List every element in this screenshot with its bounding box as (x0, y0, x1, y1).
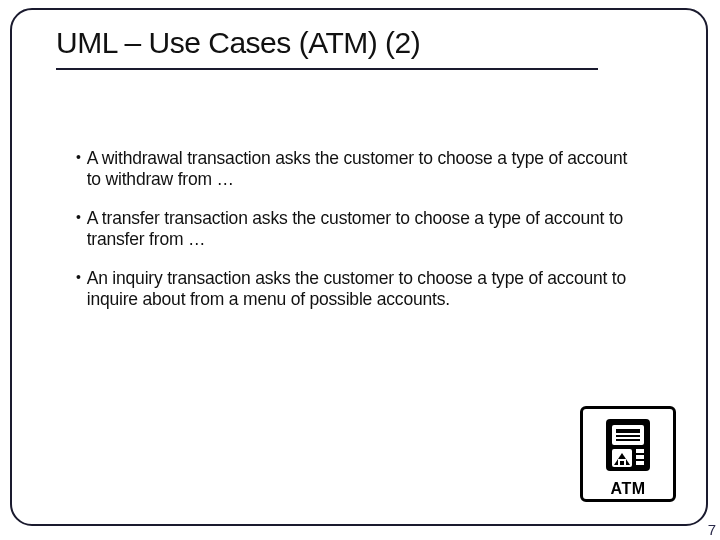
list-item: • An inquiry transaction asks the custom… (76, 268, 644, 310)
svg-rect-8 (636, 461, 644, 465)
bullet-dot-icon: • (76, 208, 81, 228)
svg-rect-4 (616, 439, 640, 441)
bullet-dot-icon: • (76, 268, 81, 288)
bullet-list: • A withdrawal transaction asks the cust… (76, 148, 644, 328)
list-item: • A withdrawal transaction asks the cust… (76, 148, 644, 190)
bullet-text: An inquiry transaction asks the customer… (87, 268, 644, 310)
slide-title: UML – Use Cases (ATM) (2) (56, 26, 420, 60)
bullet-text: A transfer transaction asks the customer… (87, 208, 644, 250)
bullet-text: A withdrawal transaction asks the custom… (87, 148, 644, 190)
svg-rect-3 (616, 435, 640, 437)
atm-icon: ATM (580, 406, 676, 502)
svg-rect-2 (616, 429, 640, 433)
svg-rect-10 (620, 461, 624, 465)
list-item: • A transfer transaction asks the custom… (76, 208, 644, 250)
page-number: 7 (708, 521, 716, 538)
atm-icon-label: ATM (611, 480, 646, 498)
bullet-dot-icon: • (76, 148, 81, 168)
title-underline (56, 68, 598, 70)
svg-rect-6 (636, 449, 644, 453)
svg-rect-7 (636, 455, 644, 459)
